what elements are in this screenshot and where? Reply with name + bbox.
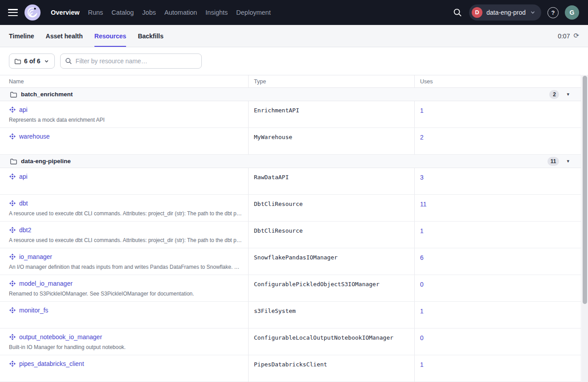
filter-bar: 6 of 6: [0, 47, 588, 75]
resource-type: ConfigurablePickledObjectS3IOManager: [248, 275, 414, 301]
tab-bar: TimelineAsset healthResourcesBackfills 0…: [0, 25, 588, 47]
table-body: batch_enrichment 2 ▾ api Represents a mo…: [0, 88, 581, 382]
column-header-name: Name: [0, 75, 248, 87]
deployment-switcher[interactable]: D data-eng-prod: [469, 4, 541, 21]
column-header-uses: Uses: [414, 75, 581, 87]
resource-description: An I/O manager definition that reads inp…: [9, 264, 243, 270]
table-row-monitor-fs[interactable]: monitor_fs s3FileSystem 1: [0, 302, 581, 329]
table-row-output-notebook-io-manager[interactable]: output_notebook_io_manager Built-in IO M…: [0, 329, 581, 355]
resource-uses-link[interactable]: 11: [420, 201, 427, 208]
tab-bar-right: 0:07 ⟳: [558, 25, 579, 47]
nav-item-overview[interactable]: Overview: [51, 9, 80, 16]
resources-table: Name Type Uses batch_enrichment 2 ▾ api: [0, 75, 581, 382]
group-row-data-eng-pipeline[interactable]: data-eng-pipeline 11 ▾: [0, 155, 581, 168]
group-name: data-eng-pipeline: [21, 158, 71, 164]
chevron-down-icon: [530, 9, 536, 16]
tab-asset-health[interactable]: Asset health: [46, 25, 83, 47]
chevron-down-icon: [44, 58, 49, 64]
table-row-io-manager[interactable]: io_manager An I/O manager definition tha…: [0, 248, 581, 275]
table-row-dbt[interactable]: dbt A resource used to execute dbt CLI c…: [0, 195, 581, 222]
nav-item-automation[interactable]: Automation: [164, 9, 197, 16]
nav-item-runs[interactable]: Runs: [88, 9, 103, 16]
table-row-pipes-databricks-client[interactable]: pipes_databricks_client PipesDatabricksC…: [0, 355, 581, 382]
dagster-logo-icon[interactable]: [24, 4, 41, 21]
resource-uses-link[interactable]: 0: [420, 281, 424, 288]
resource-description: A resource used to execute dbt CLI comma…: [9, 237, 243, 243]
resource-name-link[interactable]: io_manager: [19, 253, 52, 260]
table-row-dbt2[interactable]: dbt2 A resource used to execute dbt CLI …: [0, 222, 581, 248]
resource-type: ConfigurableLocalOutputNotebookIOManager: [248, 329, 414, 355]
dagster-app: OverviewRunsCatalogJobsAutomationInsight…: [0, 0, 588, 382]
refresh-icon[interactable]: ⟳: [573, 33, 579, 39]
group-row-batch-enrichment[interactable]: batch_enrichment 2 ▾: [0, 88, 581, 101]
nav-item-deployment[interactable]: Deployment: [236, 9, 270, 16]
deployment-badge: D: [472, 7, 482, 18]
resource-uses-link[interactable]: 3: [420, 174, 424, 181]
resource-icon: [9, 133, 16, 140]
resource-uses-link[interactable]: 1: [420, 107, 424, 114]
resource-icon: [9, 333, 16, 341]
resource-search-input[interactable]: [76, 58, 197, 65]
resource-name-link[interactable]: dbt: [19, 200, 28, 207]
user-avatar[interactable]: G: [565, 5, 579, 20]
resource-name-link[interactable]: api: [19, 173, 28, 180]
resource-uses-link[interactable]: 6: [420, 254, 424, 261]
resource-name-link[interactable]: warehouse: [19, 133, 50, 140]
table-row-warehouse[interactable]: warehouse MyWarehouse 2: [0, 128, 581, 155]
tab-resources[interactable]: Resources: [94, 25, 127, 47]
resource-uses-link[interactable]: 1: [420, 361, 424, 368]
hamburger-menu-icon[interactable]: [8, 9, 19, 16]
resource-name-link[interactable]: pipes_databricks_client: [19, 360, 84, 367]
scrollbar-thumb[interactable]: [583, 76, 587, 304]
resource-name-link[interactable]: output_notebook_io_manager: [19, 333, 102, 341]
resource-name-link[interactable]: api: [19, 106, 28, 113]
deployment-label: data-eng-prod: [486, 9, 526, 16]
nav-item-jobs[interactable]: Jobs: [142, 9, 156, 16]
resource-icon: [9, 280, 16, 287]
table-row-model-io-manager[interactable]: model_io_manager Renamed to S3PickleIOMa…: [0, 275, 581, 302]
resource-search-box: [60, 53, 202, 69]
resource-type: MyWarehouse: [248, 128, 414, 154]
resource-type: s3FileSystem: [248, 302, 414, 328]
tab-timeline[interactable]: Timeline: [9, 25, 34, 47]
resource-icon: [9, 307, 16, 314]
folder-icon: [10, 91, 17, 98]
resource-name-link[interactable]: dbt2: [19, 226, 31, 234]
column-header-type: Type: [248, 75, 414, 87]
table-row-api[interactable]: api Represents a mock data enrichment AP…: [0, 101, 581, 128]
tab-backfills[interactable]: Backfills: [138, 25, 163, 47]
search-icon[interactable]: [452, 7, 463, 18]
help-icon[interactable]: ?: [547, 7, 559, 18]
resource-icon: [9, 360, 16, 367]
tabs: TimelineAsset healthResourcesBackfills: [9, 25, 163, 47]
resource-description: A resource used to execute dbt CLI comma…: [9, 210, 243, 217]
collapse-caret-icon[interactable]: ▾: [567, 92, 569, 97]
resource-uses-link[interactable]: 1: [420, 227, 424, 234]
resource-icon: [9, 106, 16, 113]
resource-icon: [9, 253, 16, 260]
resource-type: SnowflakePandasIOManager: [248, 248, 414, 275]
nav-item-catalog[interactable]: Catalog: [111, 9, 134, 16]
code-location-filter-button[interactable]: 6 of 6: [9, 53, 55, 69]
main-nav: OverviewRunsCatalogJobsAutomationInsight…: [51, 9, 271, 16]
scrollbar-track[interactable]: [582, 75, 588, 382]
resource-type: PipesDatabricksClient: [248, 355, 414, 382]
resource-type: DbtCliResource: [248, 222, 414, 248]
resource-uses-link[interactable]: 1: [420, 308, 424, 315]
resource-description: Represents a mock data enrichment API: [9, 117, 243, 123]
nav-item-insights[interactable]: Insights: [205, 9, 228, 16]
folder-icon: [10, 158, 17, 165]
group-count-badge: 2: [549, 90, 559, 99]
resource-uses-link[interactable]: 0: [420, 334, 424, 341]
resource-uses-link[interactable]: 2: [420, 134, 424, 141]
table-row-api[interactable]: api RawDataAPI 3: [0, 168, 581, 195]
collapse-caret-icon[interactable]: ▾: [567, 159, 569, 164]
search-icon: [65, 58, 72, 65]
resource-icon: [9, 200, 16, 207]
resource-type: DbtCliResource: [248, 195, 414, 221]
resource-name-link[interactable]: model_io_manager: [19, 280, 73, 287]
resource-type: EnrichmentAPI: [248, 101, 414, 127]
resource-name-link[interactable]: monitor_fs: [19, 307, 48, 314]
resource-description: Built-in IO Manager for handling output …: [9, 344, 243, 350]
table-header: Name Type Uses: [0, 75, 581, 88]
